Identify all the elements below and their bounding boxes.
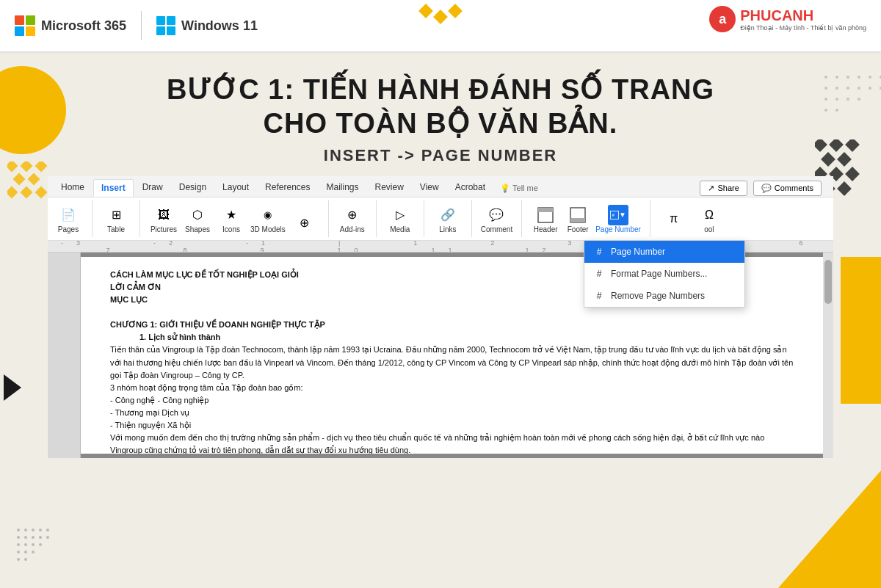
ribbon-group-comment[interactable]: 💬 Comment	[481, 205, 512, 233]
addins-label: Add-ins	[340, 225, 365, 233]
dropdown-item-pagenumber[interactable]: # Page Number	[584, 241, 744, 263]
illustrations-group: 🖼 Pictures ⬡ Shapes ★ Icons ◉ 3D Models	[149, 205, 319, 233]
addins-icon: ⊕	[342, 205, 363, 225]
icons-label: Icons	[222, 225, 240, 233]
main-content: BƯỚC 1: TIẾN HÀNH ĐÁNH SỐ TRANG CHO TOÀN…	[0, 51, 881, 588]
tab-acrobat[interactable]: Acrobat	[448, 179, 493, 197]
doc-bullet3: - Thiện nguyện Xã hội	[110, 419, 794, 432]
tell-me-input[interactable]: 💡 Tell me	[494, 179, 544, 197]
main-title-line1: BƯỚC 1: TIẾN HÀNH ĐÁNH SỐ TRANG	[15, 73, 866, 107]
diamond-deco-1	[418, 4, 433, 18]
svg-point-22	[17, 551, 20, 553]
advanced-icon: π	[664, 208, 684, 229]
ribbon-group-links[interactable]: 🔗 Links	[433, 205, 463, 233]
phucanh-logo: a PHUCANH Điện Thoại - Máy tính - Thiết …	[709, 6, 866, 32]
share-button[interactable]: ↗ Share	[700, 181, 747, 196]
sep-8	[650, 200, 650, 237]
table-icon: ⊞	[106, 205, 126, 225]
sep-1	[92, 200, 93, 237]
doc-para2: 3 nhóm hoạt động trọng tâm của Tập đoàn …	[110, 382, 794, 394]
doc-chapter1: CHƯƠNG 1: GIỚI THIỆU VỀ DOANH NGHIỆP THỰ…	[110, 319, 794, 331]
ms-grid-icon	[15, 15, 35, 36]
ribbon-group-advanced[interactable]: π	[659, 208, 689, 229]
win-cell-3	[156, 26, 165, 35]
tab-references[interactable]: References	[258, 179, 317, 197]
ribbon-group-extra[interactable]: ⊕	[290, 213, 319, 233]
tab-draw[interactable]: Draw	[135, 179, 170, 197]
sep-7	[521, 200, 522, 237]
ribbon-group-3dmodels[interactable]: ◉ 3D Models	[250, 205, 286, 233]
svg-rect-56	[538, 208, 553, 212]
ribbon-group-pictures[interactable]: 🖼 Pictures	[149, 205, 178, 233]
ribbon-group-header[interactable]: Header	[531, 205, 560, 233]
phucanh-icon: a	[709, 6, 736, 32]
svg-rect-6	[21, 186, 33, 199]
triangle-yellow-right	[778, 471, 881, 588]
extra-icon: ⊕	[294, 213, 315, 233]
dropdown-item-remove[interactable]: # Remove Page Numbers	[584, 285, 744, 307]
header-label: Header	[534, 225, 558, 233]
dropdown-pagenumber-icon: #	[593, 246, 605, 258]
models3d-label: 3D Models	[250, 225, 286, 233]
tab-home[interactable]: Home	[54, 179, 92, 197]
dot-grid-left-bottom	[15, 526, 66, 581]
ribbon-group-icons[interactable]: ★ Icons	[217, 205, 246, 233]
ribbon-tools: 📄 Pages ⊞ Table 🖼 Pictures	[48, 197, 833, 240]
svg-rect-7	[35, 186, 48, 199]
svg-rect-59	[611, 211, 619, 219]
tab-design[interactable]: Design	[172, 179, 214, 197]
ribbon-group-media[interactable]: ▷ Media	[385, 205, 415, 233]
ribbon-tabs-right: ↗ Share 💬 Comments	[700, 181, 827, 196]
svg-point-9	[24, 529, 27, 531]
comments-label: Comments	[775, 184, 813, 192]
microsoft-logo: Microsoft 365	[15, 15, 126, 36]
svg-point-17	[46, 536, 49, 539]
dropdown-item-format[interactable]: # Format Page Numbers...	[584, 263, 744, 285]
svg-point-13	[17, 536, 20, 539]
svg-point-12	[46, 529, 49, 531]
sep-2	[139, 200, 140, 237]
svg-text:#: #	[612, 213, 614, 217]
svg-point-15	[32, 536, 35, 539]
pages-icon: 📄	[58, 205, 79, 225]
tab-layout[interactable]: Layout	[215, 179, 256, 197]
tab-mailings[interactable]: Mailings	[319, 179, 366, 197]
ribbon-group-footer[interactable]: Footer	[563, 205, 592, 233]
ribbon-group-table[interactable]: ⊞ Table	[101, 205, 131, 233]
dropdown-pagenumber-label: Page Number	[611, 247, 665, 257]
svg-point-25	[17, 558, 20, 561]
dropdown-format-label: Format Page Numbers...	[611, 269, 707, 279]
page-number-icon: # ▼	[608, 205, 628, 225]
sep-3	[328, 200, 329, 237]
ribbon-group-pagenumber[interactable]: # ▼ Page Number	[595, 205, 641, 233]
media-label: Media	[390, 225, 410, 233]
tab-review[interactable]: Review	[368, 179, 411, 197]
windows-brand-name: Windows 11	[181, 18, 258, 34]
diamond-deco-2	[433, 10, 448, 24]
tab-view[interactable]: View	[413, 179, 446, 197]
windows-logo: Windows 11	[156, 16, 258, 35]
media-icon: ▷	[390, 205, 410, 225]
svg-point-23	[24, 551, 27, 553]
comment-icon: 💬	[486, 205, 507, 225]
diamond-deco-3	[448, 4, 463, 18]
share-label: Share	[717, 184, 739, 192]
ribbon-group-omega[interactable]: Ω ool	[695, 205, 724, 233]
doc-scrollbar[interactable]	[823, 253, 833, 458]
icons-icon: ★	[221, 205, 242, 225]
table-label: Table	[107, 225, 125, 233]
ms-cell-4	[26, 26, 35, 36]
ribbon-group-addins[interactable]: ⊕ Add-ins	[338, 205, 367, 233]
ribbon-group-shapes[interactable]: ⬡ Shapes	[183, 205, 212, 233]
svg-rect-58	[570, 218, 585, 222]
omega-icon: Ω	[699, 205, 719, 225]
win-cell-2	[167, 16, 175, 25]
comments-button[interactable]: 💬 Comments	[753, 181, 822, 196]
doc-para1: Tiền thân của Vingroup là Tập đoàn Techn…	[110, 344, 794, 381]
dropdown-remove-icon: #	[593, 290, 605, 302]
main-title-line2: CHO TOÀN BỘ VĂN BẢN.	[15, 107, 866, 141]
header-footer-group: Header Footer # ▼ Page Num	[531, 205, 641, 233]
shapes-label: Shapes	[185, 225, 210, 233]
tab-insert[interactable]: Insert	[93, 179, 134, 197]
ribbon-group-pages[interactable]: 📄 Pages	[54, 205, 83, 233]
